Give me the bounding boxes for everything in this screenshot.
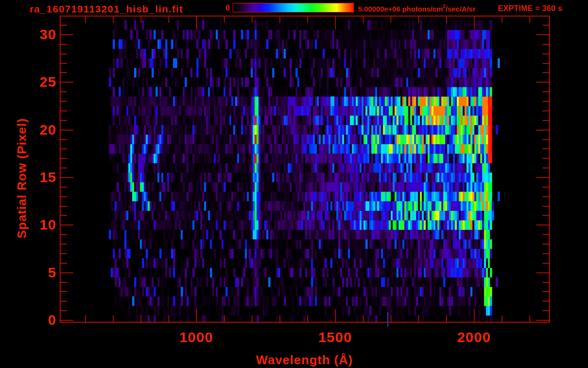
colorbar-max-label: 5.00000e+06 photons/cm2/sec/A/sr [358, 4, 475, 13]
colorbar-max-suffix: /sec/A/sr [446, 5, 476, 13]
y-tick-label: 30 [23, 26, 57, 43]
file-title: ra_160719113201_hisb_lin.fit [30, 3, 183, 15]
exptime-label: EXPTIME = 360 s [498, 4, 563, 13]
y-tick-label: 0 [23, 312, 57, 328]
y-tick-label: 20 [23, 122, 57, 138]
colorbar-max-prefix: 5.00000e+06 photons/cm [358, 5, 443, 13]
y-tick-label: 15 [23, 169, 57, 185]
x-tick-label: 1500 [302, 329, 369, 345]
x-axis-title: Wavelength (Å) [256, 353, 353, 368]
x-tick-label: 2000 [441, 329, 508, 345]
y-tick-label: 25 [23, 74, 57, 90]
y-tick-label: 5 [23, 264, 57, 281]
colorbar-min-label: 0 [216, 4, 230, 12]
spectrogram-plot-canvas [0, 0, 588, 368]
x-tick-label: 1000 [163, 329, 230, 345]
colorbar-gradient [233, 3, 354, 12]
spectrogram-viewer: ra_160719113201_hisb_lin.fit 0 5.00000e+… [0, 0, 588, 368]
colorbar-max-superscript: 2 [443, 4, 446, 9]
y-tick-label: 10 [23, 217, 57, 233]
